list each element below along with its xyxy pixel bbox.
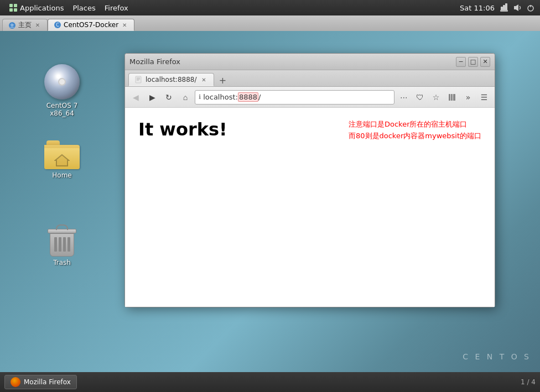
svg-rect-2 xyxy=(9,8,13,12)
address-bar[interactable]: ℹ localhost:8888/ xyxy=(195,90,394,104)
books-icon xyxy=(448,93,456,102)
port-highlight: 8888 xyxy=(238,92,258,102)
sidebar-toggle[interactable]: » xyxy=(461,90,475,104)
svg-rect-23 xyxy=(453,94,455,101)
annotation-text: 注意端口是Docker所在的宿主机端口 而80则是docker内容器mywebs… xyxy=(349,119,481,142)
centos-watermark: C E N T O S xyxy=(463,352,531,361)
browser-titlebar: Mozilla Firefox − □ ✕ xyxy=(125,54,495,70)
reload-button[interactable]: ↻ xyxy=(162,90,176,104)
page-icon xyxy=(134,76,142,83)
firefox-menu[interactable]: Firefox xyxy=(100,3,133,13)
svg-rect-21 xyxy=(449,94,450,101)
annotation-line1: 注意端口是Docker所在的宿主机端口 xyxy=(349,119,481,130)
home-icon-label: Home xyxy=(52,171,71,179)
address-path: / xyxy=(258,93,261,101)
centos-icon-label: CentOS 7 x86_64 xyxy=(43,102,81,117)
grid-icon xyxy=(9,3,18,12)
window-tab-bar: 主 主页 ✕ C CentOS7-Docker ✕ xyxy=(0,15,540,31)
volume-icon[interactable] xyxy=(512,3,522,13)
tab-home[interactable]: 主 主页 ✕ xyxy=(2,19,48,31)
home-tab-icon: 主 xyxy=(8,22,16,29)
svg-rect-6 xyxy=(505,3,507,11)
more-button[interactable]: ⋯ xyxy=(397,90,411,104)
bookmarks-library[interactable] xyxy=(445,90,459,104)
forward-button[interactable]: ▶ xyxy=(145,90,159,104)
network-icon[interactable] xyxy=(499,3,509,13)
svg-rect-0 xyxy=(9,4,13,7)
taskbar-right: Sat 11:06 xyxy=(460,3,536,13)
svg-text:C: C xyxy=(56,23,59,28)
desktop-icon-trash[interactable]: Trash xyxy=(40,221,84,270)
house-icon xyxy=(54,154,70,167)
taskbar-firefox-btn[interactable]: Mozilla Firefox xyxy=(4,375,77,389)
workspace-pager[interactable]: 1 / 4 xyxy=(521,378,536,386)
svg-text:主: 主 xyxy=(10,23,14,28)
desktop-icon-home[interactable]: Home xyxy=(40,137,84,182)
new-tab-button[interactable]: + xyxy=(216,74,230,86)
tab-home-close[interactable]: ✕ xyxy=(34,22,41,29)
home-button[interactable]: ⌂ xyxy=(178,90,193,104)
browser-tab-label: localhost:8888/ xyxy=(146,76,197,83)
power-icon[interactable] xyxy=(526,3,536,13)
close-button[interactable]: ✕ xyxy=(480,57,490,67)
maximize-button[interactable]: □ xyxy=(468,57,478,67)
svg-rect-3 xyxy=(14,8,17,12)
security-icon: ℹ xyxy=(199,93,201,101)
toolbar-right: ⋯ 🛡 ☆ » ☰ xyxy=(397,90,491,104)
taskbar-apps: Mozilla Firefox xyxy=(4,375,77,389)
folder-icon xyxy=(44,140,80,169)
system-tray xyxy=(499,3,536,13)
browser-tab-close[interactable]: ✕ xyxy=(200,76,208,83)
window-controls: − □ ✕ xyxy=(456,57,490,67)
tab-docker[interactable]: C CentOS7-Docker ✕ xyxy=(48,19,134,31)
bookmark-button[interactable]: ☆ xyxy=(429,90,443,104)
places-menu[interactable]: Places xyxy=(68,3,100,13)
firefox-label: Firefox xyxy=(105,4,128,12)
taskbar-top: Applications Places Firefox Sat 11:06 xyxy=(0,0,540,15)
docker-tab-icon: C xyxy=(54,21,61,29)
taskbar-firefox-label: Mozilla Firefox xyxy=(24,378,71,386)
taskbar-left: Applications Places Firefox xyxy=(4,2,133,13)
taskbar-bottom: Mozilla Firefox 1 / 4 xyxy=(0,372,540,392)
cd-dvd-icon xyxy=(44,64,80,100)
svg-rect-7 xyxy=(500,10,508,12)
desktop-icon-centos[interactable]: CentOS 7 x86_64 xyxy=(40,61,84,121)
svg-marker-16 xyxy=(55,155,69,166)
trash-icon xyxy=(47,224,77,257)
hamburger-menu[interactable]: ☰ xyxy=(477,90,491,104)
tab-docker-close[interactable]: ✕ xyxy=(121,21,128,29)
address-text: localhost: xyxy=(203,93,238,101)
annotation-line2: 而80则是docker内容器mywebsit的端口 xyxy=(349,130,481,142)
browser-content: It works! 注意端口是Docker所在的宿主机端口 而80则是docke… xyxy=(125,108,495,307)
shield-button[interactable]: 🛡 xyxy=(413,90,427,104)
tab-home-label: 主页 xyxy=(18,20,32,30)
svg-marker-8 xyxy=(514,4,518,11)
tab-docker-label: CentOS7-Docker xyxy=(64,21,118,29)
back-button[interactable]: ◀ xyxy=(128,90,143,104)
browser-toolbar: ◀ ▶ ↻ ⌂ ℹ localhost:8888/ ⋯ 🛡 ☆ » ☰ xyxy=(125,87,495,108)
applications-label: Applications xyxy=(20,4,64,12)
trash-icon-label: Trash xyxy=(53,259,71,266)
firefox-icon xyxy=(11,377,20,387)
svg-rect-1 xyxy=(14,4,17,7)
applications-menu[interactable]: Applications xyxy=(4,2,68,13)
browser-window: Mozilla Firefox − □ ✕ localhost:8888/ ✕ … xyxy=(124,53,495,307)
clock: Sat 11:06 xyxy=(460,4,495,12)
browser-tab-bar: localhost:8888/ ✕ + xyxy=(125,70,495,87)
browser-tab-active[interactable]: localhost:8888/ ✕ xyxy=(128,73,214,86)
places-label: Places xyxy=(72,4,95,12)
svg-rect-22 xyxy=(451,94,453,101)
minimize-button[interactable]: − xyxy=(456,57,466,67)
browser-title: Mozilla Firefox xyxy=(129,58,180,66)
svg-rect-17 xyxy=(136,76,141,83)
